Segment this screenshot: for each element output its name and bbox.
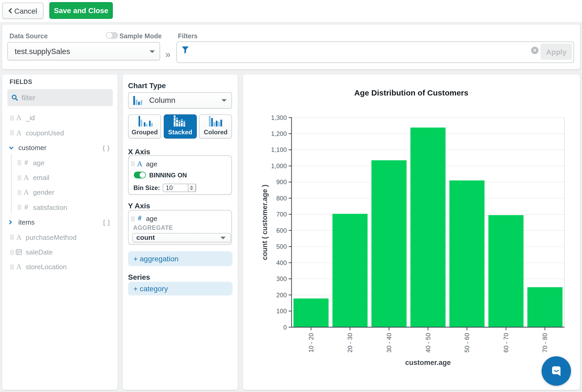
svg-text:30 - 40: 30 - 40 — [385, 333, 392, 352]
aggregate-value: count — [136, 234, 155, 241]
chevron-right-icon[interactable] — [9, 220, 15, 225]
field-item-storeLocation[interactable]: AstoreLocation — [2, 259, 118, 274]
field-item-purchaseMethod[interactable]: ApurchaseMethod — [2, 230, 118, 245]
caret-down-icon — [220, 236, 225, 239]
datasource-bar: Data Source Sample Mode Filters test.sup… — [2, 24, 580, 69]
field-name: satisfaction — [33, 204, 67, 211]
drag-handle-icon[interactable] — [10, 264, 14, 270]
field-item-customer[interactable]: customer{ } — [2, 140, 118, 155]
drag-handle-icon[interactable] — [10, 250, 14, 255]
chart-type-label: Chart Type — [128, 81, 166, 89]
variant-label: Stacked — [168, 129, 192, 136]
bin-size-input[interactable]: 10 — [163, 184, 196, 192]
drag-handle-icon[interactable] — [18, 175, 21, 180]
field-name: storeLocation — [26, 263, 67, 271]
chart-builder-app: Cancel Save and Close Data Source Sample… — [0, 0, 582, 392]
string-type-icon: A — [15, 130, 23, 136]
save-label: Save and Close — [54, 6, 108, 15]
colored-bars-icon — [207, 115, 225, 128]
svg-text:1,000: 1,000 — [271, 162, 287, 169]
field-item-couponUsed[interactable]: AcouponUsed — [2, 125, 118, 140]
svg-text:900: 900 — [276, 178, 287, 185]
drag-handle-icon[interactable] — [18, 160, 21, 165]
x-axis-field[interactable]: A age — [129, 156, 232, 168]
caret-down-icon — [150, 50, 155, 53]
field-name: _id — [26, 114, 35, 122]
variant-button-stacked[interactable]: Stacked — [164, 114, 197, 139]
add-aggregation-button[interactable]: + aggregation — [128, 251, 232, 266]
fields-filter-input[interactable]: filter — [7, 89, 113, 106]
sample-mode-toggle[interactable] — [106, 32, 118, 39]
grouped-bars-icon — [136, 115, 154, 128]
fields-sidebar: FIELDS filter A_idAcouponUsedcustomer{ }… — [2, 74, 118, 390]
intercom-launcher[interactable] — [542, 356, 571, 386]
chat-bubble-icon — [548, 363, 564, 379]
bin-size-label: Bin Size: — [133, 184, 160, 192]
chart-preview-panel: Age Distribution of Customers 0100200300… — [243, 74, 580, 390]
bin-size-stepper[interactable] — [188, 184, 196, 192]
caret-down-icon — [222, 99, 227, 102]
svg-text:700: 700 — [276, 210, 287, 218]
number-type-icon: # — [23, 160, 30, 166]
svg-text:1,100: 1,100 — [271, 146, 287, 153]
drag-handle-icon[interactable] — [131, 216, 134, 221]
datasource-select[interactable]: test.supplySales — [7, 42, 160, 60]
binning-toggle[interactable] — [134, 172, 146, 179]
x-axis-card: A age BINNING ON Bin Size: 10 — [128, 155, 232, 195]
y-axis-field[interactable]: # age — [129, 210, 232, 223]
drag-handle-icon[interactable] — [131, 161, 134, 167]
field-item-email[interactable]: Aemail — [2, 170, 118, 185]
drag-handle-icon[interactable] — [18, 190, 21, 195]
field-item-_id[interactable]: A_id — [2, 111, 118, 126]
sample-mode-label: Sample Mode — [119, 32, 162, 40]
cancel-button[interactable]: Cancel — [2, 3, 44, 19]
clear-filter-icon[interactable]: ✕ — [531, 47, 538, 54]
save-and-close-button[interactable]: Save and Close — [49, 2, 113, 19]
drag-handle-icon[interactable] — [10, 115, 14, 121]
search-icon — [12, 94, 18, 101]
svg-text:0: 0 — [283, 324, 287, 331]
field-name: gender — [33, 189, 54, 197]
string-type-icon: A — [23, 174, 30, 181]
svg-text:100: 100 — [276, 307, 287, 314]
aggregate-select[interactable]: count — [132, 233, 231, 242]
add-category-button[interactable]: + category — [128, 282, 232, 295]
svg-text:60 - 70: 60 - 70 — [502, 333, 509, 352]
chevron-down-icon[interactable] — [9, 146, 15, 150]
string-type-icon: A — [15, 234, 23, 241]
apply-label: Apply — [546, 47, 567, 56]
x-axis-title: customer.age — [405, 358, 451, 366]
field-item-gender[interactable]: Agender — [2, 185, 118, 200]
fields-filter-placeholder: filter — [22, 93, 35, 102]
add-aggregation-label: + aggregation — [133, 255, 178, 263]
field-name: items — [18, 218, 35, 226]
field-item-items[interactable]: items[ ] — [2, 215, 118, 230]
field-item-age[interactable]: #age — [2, 155, 118, 170]
bar-20 - 30 — [332, 214, 367, 327]
svg-text:70 - 80: 70 - 80 — [541, 333, 548, 352]
field-name: purchaseMethod — [26, 233, 77, 241]
bar-40 - 50 — [410, 127, 445, 327]
svg-text:40 - 50: 40 - 50 — [424, 333, 431, 352]
svg-text:400: 400 — [276, 259, 287, 266]
filter-input[interactable]: ✕ Apply — [176, 41, 574, 63]
chart-type-select[interactable]: Column — [128, 92, 232, 109]
svg-text:800: 800 — [276, 194, 287, 202]
drag-handle-icon[interactable] — [10, 235, 14, 240]
x-axis-label: X Axis — [128, 147, 150, 156]
variant-button-grouped[interactable]: Grouped — [128, 114, 161, 139]
field-item-satisfaction[interactable]: #satisfaction — [2, 200, 118, 215]
apply-button[interactable]: Apply — [541, 44, 572, 60]
drag-handle-icon[interactable] — [10, 130, 14, 136]
drag-handle-icon[interactable] — [18, 205, 21, 210]
bin-size-value: 10 — [166, 184, 173, 192]
top-toolbar: Cancel Save and Close — [0, 0, 582, 22]
stepper-down-icon — [190, 188, 193, 190]
svg-text:50 - 60: 50 - 60 — [463, 333, 470, 352]
field-item-saleDate[interactable]: saleDate — [2, 245, 118, 260]
variant-button-colored[interactable]: Colored — [199, 114, 232, 139]
field-name: email — [33, 174, 49, 182]
bar-60 - 70 — [488, 215, 523, 327]
bar-50 - 60 — [449, 180, 484, 327]
stacked-bars-icon — [171, 115, 189, 128]
